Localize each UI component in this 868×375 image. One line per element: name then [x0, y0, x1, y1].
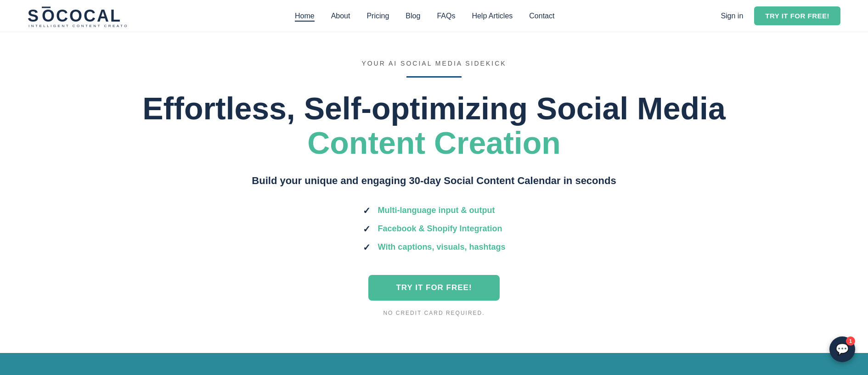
nav-link-pricing[interactable]: Pricing [366, 12, 389, 20]
try-free-nav-button[interactable]: TRY IT FOR FREE! [754, 6, 840, 25]
check-icon-3: ✓ [363, 242, 371, 253]
svg-text:S: S [28, 6, 40, 25]
hero-underline-decoration [406, 76, 462, 78]
logo[interactable]: S OCOCAL INTELLIGENT CONTENT CREATOR [28, 4, 129, 28]
feature-label-2: Facebook & Shopify Integration [378, 224, 502, 234]
nav-item-about[interactable]: About [331, 12, 350, 20]
feature-item-2: ✓ Facebook & Shopify Integration [363, 224, 502, 235]
nav-item-faqs[interactable]: FAQs [437, 12, 455, 20]
hero-subtitle: Build your unique and engaging 30-day So… [252, 175, 616, 187]
nav-item-home[interactable]: Home [295, 12, 315, 20]
hero-section: YOUR AI SOCIAL MEDIA SIDEKICK Effortless… [0, 32, 868, 353]
nav-right: Sign in TRY IT FOR FREE! [721, 6, 840, 25]
no-credit-text: NO CREDIT CARD REQUIRED. [383, 310, 485, 316]
hero-title-part2: Content Creation [307, 125, 561, 160]
svg-text:INTELLIGENT CONTENT CREATOR: INTELLIGENT CONTENT CREATOR [28, 24, 129, 28]
features-list: ✓ Multi-language input & output ✓ Facebo… [363, 205, 506, 253]
nav-links: Home About Pricing Blog FAQs Help Articl… [295, 12, 555, 20]
svg-text:OCOCAL: OCOCAL [42, 6, 122, 25]
check-icon-1: ✓ [363, 205, 371, 216]
nav-link-contact[interactable]: Contact [529, 12, 554, 20]
feature-item-3: ✓ With captions, visuals, hashtags [363, 242, 506, 253]
nav-link-blog[interactable]: Blog [406, 12, 420, 20]
nav-link-help[interactable]: Help Articles [472, 12, 513, 20]
feature-label-1: Multi-language input & output [378, 206, 495, 215]
chat-badge: 1 [846, 336, 855, 346]
hero-title-part1: Effortless, Self-optimizing Social Media [142, 91, 726, 126]
chat-widget[interactable]: 💬 1 [829, 336, 855, 362]
chat-icon: 💬 [835, 343, 849, 356]
nav-item-contact[interactable]: Contact [529, 12, 554, 20]
sign-in-link[interactable]: Sign in [721, 12, 743, 20]
hero-tagline: YOUR AI SOCIAL MEDIA SIDEKICK [361, 60, 506, 67]
check-icon-2: ✓ [363, 224, 371, 235]
feature-label-3: With captions, visuals, hashtags [378, 242, 506, 252]
feature-item-1: ✓ Multi-language input & output [363, 205, 495, 216]
nav-link-faqs[interactable]: FAQs [437, 12, 455, 20]
try-free-hero-button[interactable]: TRY IT FOR FREE! [368, 275, 499, 301]
hero-title: Effortless, Self-optimizing Social Media… [113, 91, 755, 160]
nav-link-home[interactable]: Home [295, 12, 315, 22]
nav-link-about[interactable]: About [331, 12, 350, 20]
nav-item-blog[interactable]: Blog [406, 12, 420, 20]
navbar: S OCOCAL INTELLIGENT CONTENT CREATOR Hom… [0, 0, 868, 32]
nav-item-help[interactable]: Help Articles [472, 12, 513, 20]
nav-item-pricing[interactable]: Pricing [366, 12, 389, 20]
teal-section: Trusted & Featured On [0, 353, 868, 375]
